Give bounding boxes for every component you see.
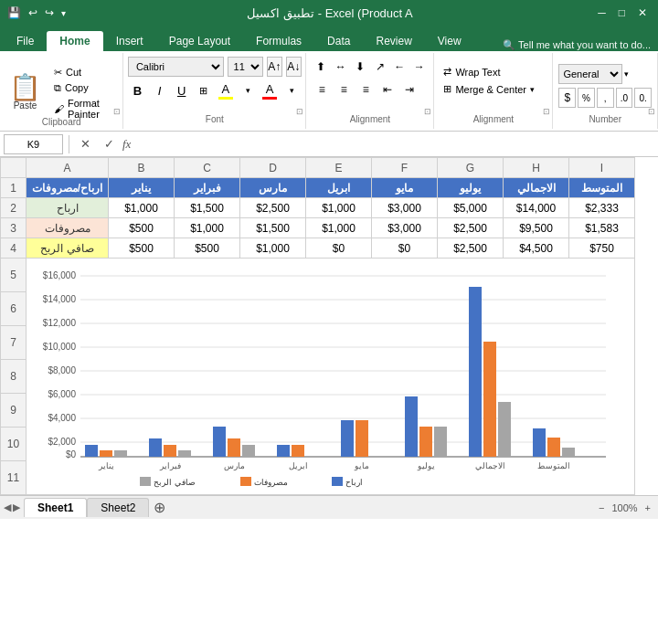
cell-e2[interactable]: $1,000 [306,198,372,218]
italic-button[interactable]: I [150,80,169,100]
cell-g4[interactable]: $2,500 [438,238,504,259]
text-direction-button[interactable]: ↗ [371,57,389,77]
underline-button[interactable]: U [172,80,191,100]
merge-center-button[interactable]: ⊞ Merge & Center ▾ [440,81,547,97]
cell-f2[interactable]: $3,000 [372,198,438,218]
indent-decrease-button[interactable]: ← [390,57,409,77]
undo-icon[interactable]: ↩ [28,6,37,19]
cell-i4[interactable]: $750 [569,238,635,259]
align-top-button[interactable]: ⬆ [312,57,330,77]
cell-d4[interactable]: $1,000 [240,238,306,259]
align-middle-button[interactable]: ↔ [332,57,350,77]
bold-button[interactable]: B [128,80,147,100]
sheet-container[interactable]: A B C D E F G H I 1 ارباح/مصروفات يناير [0,157,658,495]
minimize-btn[interactable]: ─ [594,6,610,19]
cell-c3[interactable]: $1,000 [175,218,240,238]
cell-d1[interactable]: مارس [240,178,306,198]
cell-b4[interactable]: $500 [109,238,175,259]
alignment-expand-icon[interactable]: ⊡ [424,107,431,116]
col-header-d[interactable]: D [240,158,306,178]
col-header-g[interactable]: G [438,158,504,178]
cell-e4[interactable]: $0 [306,238,372,259]
col-header-f[interactable]: F [372,158,438,178]
cell-d3[interactable]: $1,500 [240,218,306,238]
cell-f1[interactable]: مايو [372,178,438,198]
confirm-formula-button[interactable]: ✓ [99,134,119,154]
number-format-dropdown[interactable]: ▾ [624,69,629,79]
zoom-in-icon[interactable]: + [645,502,651,513]
number-format-select[interactable]: General [558,64,622,84]
maximize-btn[interactable]: □ [615,6,629,19]
col-header-i[interactable]: I [569,158,635,178]
close-btn[interactable]: ✕ [634,6,651,19]
cell-a3[interactable]: مصروفات [27,218,109,238]
decrease-indent-button[interactable]: ⇤ [377,79,398,100]
font-expand-icon[interactable]: ⊡ [296,107,303,116]
cell-i2[interactable]: $2,333 [569,198,635,218]
cell-a4[interactable]: صافي الربح [27,238,109,259]
currency-button[interactable]: $ [558,88,576,108]
col-header-h[interactable]: H [504,158,569,178]
merge-dropdown-icon[interactable]: ▾ [530,85,535,94]
col-header-a[interactable]: A [27,158,109,178]
cell-f4[interactable]: $0 [372,238,438,259]
tab-formulas[interactable]: Formulas [243,31,314,51]
sheet-scroll-right[interactable]: ▶ [13,501,20,513]
col-header-e[interactable]: E [306,158,372,178]
cancel-formula-button[interactable]: ✕ [75,134,95,154]
align-left-button[interactable]: ≡ [312,79,332,100]
wrap-text-button[interactable]: ⇄ Wrap Text [440,64,547,79]
cell-c1[interactable]: فبراير [175,178,240,198]
col-header-b[interactable]: B [109,158,175,178]
sheet-tab-2[interactable]: Sheet2 [87,498,149,517]
clipboard-expand-icon[interactable]: ⊡ [113,107,121,116]
font-name-select[interactable]: Calibri [128,57,224,77]
cell-h2[interactable]: $14,000 [504,198,569,218]
tab-insert[interactable]: Insert [103,31,156,51]
tab-review[interactable]: Review [363,31,424,51]
col-header-c[interactable]: C [175,158,240,178]
zoom-out-icon[interactable]: − [599,502,604,513]
tab-view[interactable]: View [425,31,474,51]
save-icon[interactable]: 💾 [7,6,21,19]
cell-a1[interactable]: ارباح/مصروفات [27,178,109,198]
cell-h4[interactable]: $4,500 [504,238,569,259]
copy-button[interactable]: ⧉ Copy [50,81,119,95]
wrap-expand-icon[interactable]: ⊡ [543,107,550,116]
cell-e1[interactable]: ابريل [306,178,372,198]
cell-reference-input[interactable] [4,134,63,154]
tab-data[interactable]: Data [314,31,363,51]
number-expand-icon[interactable]: ⊡ [648,107,655,116]
cell-i1[interactable]: المتوسط [569,178,635,198]
align-bottom-button[interactable]: ⬇ [351,57,369,77]
cell-h1[interactable]: الاجمالي [504,178,569,198]
border-button[interactable]: ⊞ [194,80,213,100]
indent-increase-button[interactable]: → [410,57,429,77]
comma-button[interactable]: , [597,88,614,108]
cell-e3[interactable]: $1,000 [306,218,372,238]
add-sheet-button[interactable]: ⊕ [149,498,169,518]
cell-g2[interactable]: $5,000 [438,198,504,218]
cell-g3[interactable]: $2,500 [438,218,504,238]
cell-h3[interactable]: $9,500 [504,218,569,238]
expand-font-color2[interactable]: ▾ [282,80,302,100]
cell-f3[interactable]: $3,000 [372,218,438,238]
sheet-scroll-left[interactable]: ◀ [4,501,11,513]
tell-me-box[interactable]: 🔍 Tell me what you want to do... [474,39,658,51]
sheet-tab-1[interactable]: Sheet1 [24,498,87,517]
tab-home[interactable]: Home [47,31,102,51]
align-right-button[interactable]: ≡ [356,79,376,100]
cell-b1[interactable]: يناير [109,178,175,198]
align-center-button[interactable]: ≡ [334,79,354,100]
cell-i3[interactable]: $1,583 [569,218,635,238]
tab-page-layout[interactable]: Page Layout [156,31,243,51]
percent-button[interactable]: % [578,88,595,108]
cell-g1[interactable]: يوليو [438,178,504,198]
increase-indent-button[interactable]: ⇥ [399,79,419,100]
font-color-button[interactable]: A [260,80,280,100]
formula-input[interactable] [134,134,654,154]
decimal-decrease-button[interactable]: 0. [634,88,652,108]
highlight-color-button[interactable]: A [216,80,235,100]
expand-font-color[interactable]: ▾ [239,80,258,100]
cell-c4[interactable]: $500 [175,238,240,259]
